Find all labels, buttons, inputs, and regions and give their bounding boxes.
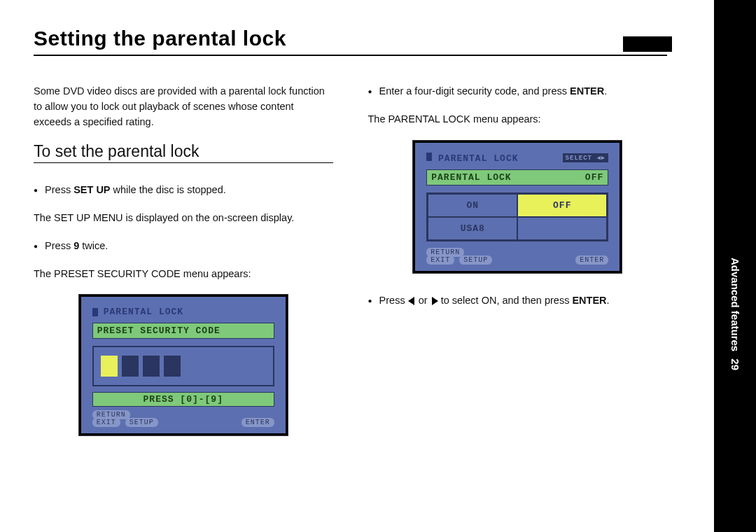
osd1-hint: PRESS [0]-[9] (92, 392, 274, 407)
step-1-pre: Press (45, 184, 74, 195)
osd2-select-tag: SELECT ◀▶ (563, 153, 609, 162)
code-digit-1 (101, 356, 118, 377)
right-arrow-icon (432, 297, 438, 305)
osd2-exit: EXIT (426, 255, 454, 265)
osd2-marker-icon (426, 153, 432, 161)
osd2-opt-on: ON (428, 194, 517, 217)
right-column: Enter a four-digit security code, and pr… (368, 84, 668, 456)
step-4-mid: or (416, 295, 430, 306)
osd2-opt-off: OFF (517, 194, 607, 217)
code-digit-4 (164, 356, 181, 377)
code-digit-2 (122, 356, 139, 377)
osd-screenshot-2: PARENTAL LOCK SELECT ◀▶ PARENTAL LOCK OF… (412, 140, 622, 274)
left-column: Some DVD video discs are provided with a… (34, 84, 333, 456)
osd2-bar-value: OFF (585, 172, 603, 183)
step-1-bold: SET UP (74, 184, 110, 195)
step-1: Press SET UP while the disc is stopped. (34, 183, 333, 198)
step-3: Enter a four-digit security code, and pr… (368, 84, 668, 99)
step-2-pre: Press (45, 240, 74, 251)
step-2-result: The PRESET SECURITY CODE menu appears: (34, 267, 333, 282)
page-title: Setting the parental lock (34, 27, 667, 56)
section-side-tab: Advanced features 29 (714, 0, 756, 532)
osd1-title-row: PARENTAL LOCK (92, 307, 274, 317)
step-4-bold: ENTER (572, 295, 606, 306)
step-4-end: . (607, 295, 610, 306)
osd2-title: PARENTAL LOCK (438, 153, 518, 164)
step-4-post: to select ON, and then press (438, 295, 573, 306)
osd1-footer: RETURN EXIT SETUP ENTER (92, 411, 274, 426)
osd1-highlight-bar: PRESET SECURITY CODE (92, 323, 274, 339)
section-heading: To set the parental lock (34, 142, 333, 163)
osd2-title-row: PARENTAL LOCK SELECT ◀▶ (426, 153, 608, 164)
osd2-highlight-bar: PARENTAL LOCK OFF (426, 169, 608, 186)
step-4: Press or to select ON, and then press EN… (368, 293, 668, 309)
manual-page: Setting the parental lock Some DVD video… (0, 0, 714, 532)
page-number: 29 (729, 358, 741, 370)
two-column-layout: Some DVD video discs are provided with a… (34, 84, 667, 456)
osd-screenshot-1: PARENTAL LOCK PRESET SECURITY CODE PRESS… (78, 294, 288, 436)
code-digit-3 (143, 356, 160, 377)
osd1-bar-text: PRESET SECURITY CODE (97, 326, 220, 336)
step-3-result: The PARENTAL LOCK menu appears: (368, 112, 668, 127)
section-marker-box (623, 36, 672, 52)
osd1-title: PARENTAL LOCK (104, 307, 183, 317)
osd2-option-grid: ON OFF USA8 (426, 192, 608, 241)
step-2-post: twice. (79, 240, 108, 251)
osd2-footer: RETURN EXIT SETUP ENTER (426, 248, 608, 264)
osd2-setup: SETUP (459, 255, 492, 265)
osd2-opt-blank (517, 217, 607, 240)
step-3-pre: Enter a four-digit security code, and pr… (379, 85, 570, 97)
osd2-bar-label: PARENTAL LOCK (431, 172, 511, 183)
side-tab-label: Advanced features 29 (729, 258, 741, 370)
osd1-setup: SETUP (125, 418, 158, 427)
left-arrow-icon (408, 297, 414, 305)
step-1-post: while the disc is stopped. (111, 184, 226, 195)
step-1-result: The SET UP MENU is displayed on the on-s… (34, 211, 333, 226)
step-4-pre: Press (379, 295, 408, 306)
osd1-exit: EXIT (92, 418, 120, 427)
intro-paragraph: Some DVD video discs are provided with a… (34, 84, 333, 130)
osd1-enter: ENTER (241, 418, 274, 427)
step-2: Press 9 twice. (34, 239, 333, 254)
side-tab-text: Advanced features (729, 258, 741, 351)
step-3-post: . (604, 85, 607, 97)
osd2-opt-usa8: USA8 (428, 217, 517, 240)
osd1-code-box (92, 346, 274, 386)
step-3-bold: ENTER (570, 85, 604, 97)
osd1-marker-icon (92, 308, 98, 316)
osd2-enter: ENTER (575, 255, 608, 265)
